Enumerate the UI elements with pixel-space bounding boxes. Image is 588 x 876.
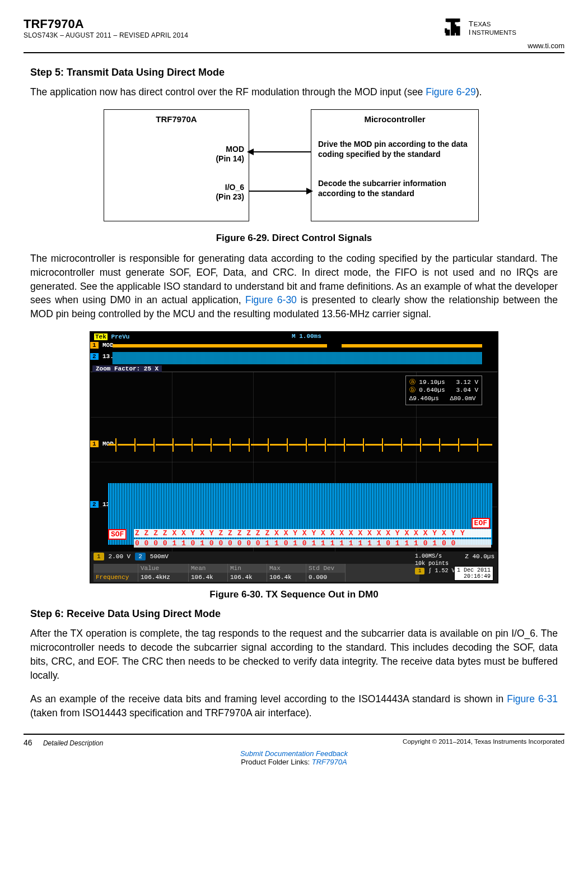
- trf7970a-box-title: TRF7970A: [104, 114, 249, 124]
- meas-a-time: 19.10µs: [419, 379, 445, 386]
- svg-rect-3: [446, 30, 450, 36]
- meas-a-volt: 3.12 V: [456, 379, 478, 386]
- meas-b-time: 0.640µs: [419, 387, 445, 393]
- scope-time: 20:16:49: [464, 573, 491, 580]
- tbl-r0: Frequency: [94, 573, 138, 582]
- product-folder-pre: Product Folder Links:: [241, 758, 311, 766]
- svg-text:EXAS: EXAS: [474, 21, 491, 27]
- arrow-mod: [249, 151, 311, 152]
- mid-paragraph: The microcontroller is responsible for g…: [30, 252, 558, 321]
- tbl-h1: Value: [138, 564, 189, 573]
- footer-section: Detailed Description: [43, 739, 103, 747]
- io6-pin-number: (Pin 23): [216, 192, 244, 201]
- arrow-io6: [249, 191, 311, 192]
- zoom-factor: Zoom Factor: 25 X: [92, 365, 162, 372]
- step6-title: Step 6: Receive Data Using Direct Mode: [30, 608, 558, 620]
- ti-logo-icon: T EXAS I NSTRUMENTS: [436, 17, 564, 40]
- tek-badge: Tek: [94, 333, 108, 340]
- ti-site-link[interactable]: www.ti.com: [436, 41, 564, 50]
- tbl-h5: Std Dev: [306, 564, 346, 573]
- freq-table: Value Mean Min Max Std Dev Frequency 106…: [94, 564, 419, 582]
- page-header: TRF7970A SLOS743K – AUGUST 2011 – REVISE…: [24, 17, 564, 53]
- io6-pin-label: I/O_6 (Pin 23): [216, 183, 244, 202]
- step6-para2-post: (taken from ISO14443 specification and T…: [30, 707, 312, 719]
- page-footer: 46 Detailed Description Copyright © 2011…: [24, 734, 564, 747]
- scope-main: ⓐ 19.10µs 3.12 V ⓑ 0.640µs 3.04 V Δ9.460…: [90, 372, 498, 551]
- footer-links: Submit Documentation Feedback Product Fo…: [24, 749, 564, 766]
- step5-paragraph: The application now has direct control o…: [30, 85, 558, 99]
- scope-date-box: 1 Dec 2011 20:16:49: [454, 566, 493, 581]
- arrow-io6-head-icon: [306, 188, 313, 194]
- scope-ch1-badge: 1: [90, 342, 99, 349]
- figure-6-30-caption: Figure 6-30. TX Sequence Out in DM0: [30, 589, 558, 600]
- mod-pin-number: (Pin 14): [216, 154, 244, 163]
- svg-rect-2: [456, 26, 460, 36]
- ch1-vdiv: 2.00 V: [109, 553, 131, 560]
- overview-mod-wave: [113, 344, 482, 347]
- figure-6-31-link[interactable]: Figure 6-31: [507, 693, 558, 704]
- tbl-h2: Mean: [189, 564, 228, 573]
- sof-annotation: SOF: [108, 529, 127, 540]
- scope-ch1-label: MOD: [102, 342, 114, 349]
- ch2-pill: 2: [135, 553, 146, 560]
- ch1-pill: 1: [94, 553, 104, 560]
- product-folder-link[interactable]: TRF7970A: [312, 758, 347, 766]
- step6-para2: As an example of the receive data bits a…: [30, 692, 558, 720]
- io6-pin-name: I/O_6: [225, 183, 244, 192]
- scope-date: 1 Dec 2011: [457, 567, 491, 573]
- scope-prevu-label: Tek PreVu: [92, 333, 131, 341]
- step6-para2-pre: As an example of the receive data bits a…: [30, 693, 507, 704]
- figure-6-30-link[interactable]: Figure 6-30: [245, 294, 297, 305]
- tbl-r5: 0.000: [306, 573, 346, 582]
- step5-para-post: ).: [476, 86, 482, 98]
- svg-rect-1: [451, 18, 455, 35]
- ch2-vdiv: 500mV: [150, 553, 169, 560]
- figure-6-29-diagram: TRF7970A MOD (Pin 14) I/O_6 (Pin 23) Mic…: [104, 109, 484, 227]
- trig-level: 1.52 V: [435, 568, 455, 574]
- svg-text:T: T: [469, 20, 474, 28]
- annotation-letters: Z Z Z Z X X Y X Y Z Z Z Z Z Z X X Y X Y …: [134, 529, 491, 537]
- meas-delta-time: Δ9.460µs: [409, 395, 439, 402]
- meas-delta-volt: Δ80.0mV: [450, 395, 475, 402]
- tbl-r1: 106.4kHz: [138, 573, 189, 582]
- tbl-r4: 106.4k: [267, 573, 306, 582]
- scope-main-ch1-badge: 1: [90, 441, 99, 447]
- tbl-h0: [94, 564, 138, 573]
- svg-text:I: I: [469, 28, 471, 36]
- microcontroller-box-title: Microcontroller: [311, 114, 478, 124]
- figure-6-30-scope: Tek PreVu M 1.00ms 1 MOD 2 13.56_CARRIER…: [90, 331, 498, 583]
- step5-para-pre: The application now has direct control o…: [30, 86, 426, 98]
- tbl-r2: 106.4k: [189, 573, 228, 582]
- device-id: TRF7970A: [24, 17, 188, 31]
- microcontroller-box: Microcontroller Drive the MOD pin accord…: [311, 109, 479, 221]
- figure-6-29-caption: Figure 6-29. Direct Control Signals: [30, 233, 558, 244]
- sample-rate: 1.00MS/s: [415, 553, 493, 560]
- prevu-text: PreVu: [111, 333, 129, 340]
- arrow-mod-head-icon: [247, 149, 254, 155]
- figure-6-29-link[interactable]: Figure 6-29: [426, 86, 476, 98]
- mcu-mod-text: Drive the MOD pin according to the data …: [318, 139, 478, 159]
- mod-pin-name: MOD: [226, 145, 244, 154]
- submit-feedback-link[interactable]: Submit Documentation Feedback: [240, 749, 348, 758]
- scope-ch2-badge: 2: [90, 353, 99, 360]
- step6-para1: After the TX operation is complete, the …: [30, 627, 558, 682]
- page-number: 46: [24, 738, 32, 747]
- trf7970a-box: TRF7970A MOD (Pin 14) I/O_6 (Pin 23): [104, 109, 249, 221]
- annotation-bits: 0 0 0 0 1 1 0 1 0 0 0 0 0 0 1 1 0 1 0 1 …: [134, 539, 491, 548]
- meas-b-volt: 3.04 V: [456, 387, 478, 393]
- tbl-h4: Max: [267, 564, 306, 573]
- scope-m-scale: M 1.00ms: [292, 333, 321, 340]
- mod-waveform: [108, 438, 492, 452]
- scope-main-ch2-badge: 2: [90, 501, 99, 508]
- tbl-h3: Min: [228, 564, 267, 573]
- overview-carrier-wave: [113, 352, 482, 364]
- footer-copyright: Copyright © 2011–2014, Texas Instruments…: [403, 738, 564, 747]
- mod-pin-label: MOD (Pin 14): [216, 145, 244, 164]
- tbl-r3: 106.4k: [228, 573, 267, 582]
- measurement-box: ⓐ 19.10µs 3.12 V ⓑ 0.640µs 3.04 V Δ9.460…: [405, 376, 482, 405]
- svg-text:NSTRUMENTS: NSTRUMENTS: [472, 29, 517, 36]
- trig-ch-pill: 1: [415, 568, 424, 574]
- doc-revision: SLOS743K – AUGUST 2011 – REVISED APRIL 2…: [24, 31, 188, 39]
- mcu-io6-text: Decode the subcarrier information accord…: [318, 178, 478, 198]
- scope-overview: Tek PreVu M 1.00ms 1 MOD 2 13.56_CARRIER…: [90, 332, 498, 372]
